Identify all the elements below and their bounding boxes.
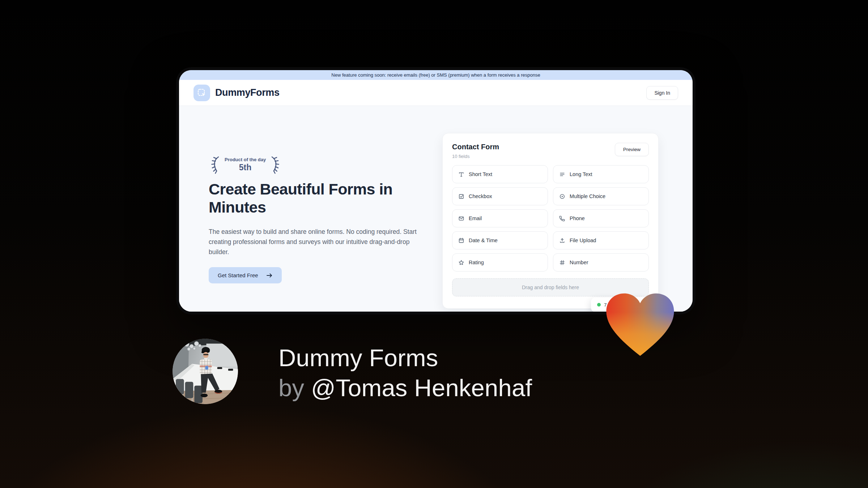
promo-background: New feature coming soon: receive emails … — [0, 0, 868, 488]
star-icon — [458, 260, 464, 266]
announcement-text: New feature coming soon: receive emails … — [331, 72, 540, 78]
field-chip-phone[interactable]: Phone — [553, 209, 649, 227]
credit-by-prefix: by — [278, 374, 304, 401]
form-builder-card: Contact Form 10 fields Preview — [442, 133, 659, 309]
laurel-right-icon — [269, 155, 282, 174]
product-of-day-badge: Product of the day 5th — [209, 155, 282, 174]
field-chip-number[interactable]: Number — [553, 253, 649, 271]
field-chip-label: Short Text — [469, 171, 492, 177]
field-chip-file-upload[interactable]: File Upload — [553, 231, 649, 249]
get-started-label: Get Started Free — [218, 272, 258, 278]
field-chip-label: Long Text — [570, 171, 592, 177]
field-chip-grid: Short Text Long Text — [452, 165, 649, 271]
app-header: DummyForms Sign In — [179, 80, 693, 106]
long-text-icon — [559, 171, 565, 177]
hero-title: Create Beautiful Forms in Minutes — [209, 180, 407, 217]
gradient-heart-logo — [603, 291, 678, 359]
field-chip-label: Multiple Choice — [570, 193, 605, 199]
award-rank: 5th — [225, 163, 266, 172]
phone-icon — [559, 215, 565, 222]
credit-byline: by @Tomas Henkenhaf — [278, 373, 532, 403]
hero-description: The easiest way to build and share onlin… — [209, 227, 421, 257]
field-chip-label: Number — [570, 260, 588, 265]
field-chip-label: Checkbox — [469, 193, 492, 199]
credit-block: Dummy Forms by @Tomas Henkenhaf — [278, 343, 532, 403]
short-text-icon — [458, 171, 464, 177]
field-chip-label: Date & Time — [469, 237, 498, 243]
field-chip-label: Email — [469, 215, 482, 221]
field-chip-date-time[interactable]: Date & Time — [452, 231, 548, 249]
dummyforms-logo-icon — [193, 85, 210, 101]
field-chip-label: Rating — [469, 260, 484, 265]
form-field-count: 10 fields — [452, 154, 499, 159]
brand-name: DummyForms — [215, 87, 280, 98]
card-title-block: Contact Form 10 fields — [452, 143, 499, 159]
field-chip-rating[interactable]: Rating — [452, 253, 548, 271]
field-chip-label: Phone — [570, 215, 585, 221]
email-icon — [458, 215, 464, 222]
browser-window: New feature coming soon: receive emails … — [176, 67, 695, 314]
avatar-photo — [173, 339, 238, 404]
hash-icon — [559, 260, 565, 266]
dropzone-text: Drag and drop fields here — [522, 284, 579, 290]
field-chip-short-text[interactable]: Short Text — [452, 165, 548, 183]
avatar — [173, 339, 238, 404]
calendar-icon — [458, 237, 464, 244]
form-title: Contact Form — [452, 143, 499, 151]
field-chip-multiple-choice[interactable]: Multiple Choice — [553, 187, 649, 205]
field-chip-checkbox[interactable]: Checkbox — [452, 187, 548, 205]
card-header: Contact Form 10 fields Preview — [452, 143, 649, 159]
green-dot-icon — [597, 303, 601, 307]
credit-product-name: Dummy Forms — [278, 343, 532, 373]
sign-in-button[interactable]: Sign In — [646, 86, 678, 100]
app-viewport: New feature coming soon: receive emails … — [179, 70, 693, 312]
field-chip-label: File Upload — [570, 237, 596, 243]
page-body: Product of the day 5th Create Beautiful … — [179, 106, 693, 312]
brand[interactable]: DummyForms — [193, 85, 280, 101]
field-chip-email[interactable]: Email — [452, 209, 548, 227]
arrow-right-icon — [266, 273, 273, 278]
credit-author: @Tomas Henkenhaf — [311, 374, 532, 401]
field-chip-long-text[interactable]: Long Text — [553, 165, 649, 183]
laurel-left-icon — [209, 155, 222, 174]
announcement-banner: New feature coming soon: receive emails … — [179, 70, 693, 80]
award-text: Product of the day 5th — [225, 157, 266, 172]
award-title: Product of the day — [225, 157, 266, 162]
get-started-button[interactable]: Get Started Free — [209, 267, 282, 283]
multiple-choice-icon — [559, 193, 565, 200]
checkbox-icon — [458, 193, 464, 200]
upload-icon — [559, 237, 565, 244]
preview-button[interactable]: Preview — [615, 143, 649, 156]
